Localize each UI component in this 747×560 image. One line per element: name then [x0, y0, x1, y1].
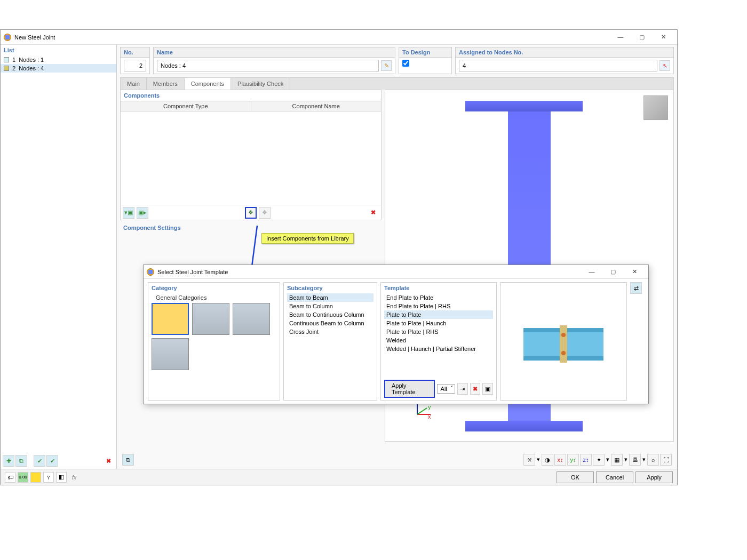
move-row-button[interactable]: ▣▸	[137, 207, 148, 219]
category-thumb-2[interactable]	[192, 303, 229, 335]
color-swatch-icon	[4, 57, 9, 62]
units-icon: 0.00	[19, 475, 27, 479]
new-tpl-button[interactable]: ▣	[482, 383, 493, 395]
list-item-2[interactable]: 2 Nodes : 4	[1, 64, 116, 73]
fx-button[interactable]: fx	[69, 472, 80, 483]
delete-icon	[473, 386, 478, 392]
category-thumb-4[interactable]	[152, 338, 189, 370]
tab-plausibility[interactable]: Plausibility Check	[231, 78, 290, 90]
template-item[interactable]: Plate to Plate | RHS	[384, 327, 493, 336]
edit-name-button[interactable]	[381, 60, 392, 71]
insert-from-library-button[interactable]	[245, 207, 257, 219]
template-item[interactable]: Welded	[384, 336, 493, 345]
col-type-header: Component Type	[121, 101, 251, 111]
tab-main[interactable]: Main	[121, 78, 147, 90]
list-item-label: Nodes : 1	[19, 57, 44, 63]
tool-icon: ⧉	[126, 457, 130, 463]
new-item-button[interactable]	[3, 455, 14, 467]
category-thumb-1[interactable]	[152, 303, 189, 335]
category-thumb-3[interactable]	[233, 303, 270, 335]
maximize-vp-button[interactable]: ⛶	[660, 454, 672, 466]
view-icon: x↕	[558, 457, 563, 463]
name-input[interactable]: Nodes : 4	[157, 60, 379, 71]
subcategory-item[interactable]: Cross Joint	[287, 327, 374, 336]
render-button[interactable]: ◧	[56, 472, 67, 483]
titlebar: New Steel Joint	[1, 30, 677, 45]
svg-rect-11	[566, 356, 603, 361]
category-header: Category	[152, 285, 276, 293]
dlg-close-button[interactable]	[624, 266, 645, 278]
delete-component-button[interactable]	[367, 207, 379, 219]
subcategory-item[interactable]: Continuous Beam to Column	[287, 319, 374, 327]
check-button[interactable]	[34, 455, 45, 467]
check-icon	[50, 458, 55, 464]
delete-item-button[interactable]	[102, 455, 114, 467]
template-item[interactable]: Plate to Plate	[384, 310, 493, 319]
dialog-icon	[147, 268, 154, 276]
tab-members[interactable]: Members	[147, 78, 185, 90]
assigned-input[interactable]: 4	[459, 60, 657, 71]
no-input[interactable]: 2	[124, 60, 146, 71]
list-item-1[interactable]: 1 Nodes : 1	[1, 55, 116, 64]
template-item[interactable]: End Plate to Plate	[384, 293, 493, 302]
view-tool-y[interactable]: y↕	[567, 454, 579, 466]
units-button[interactable]: 0.00	[18, 472, 28, 483]
apply-template-button[interactable]: Apply Template	[384, 380, 435, 398]
cube-icon: ▦	[614, 457, 619, 463]
axis-tool[interactable]: ⤧	[523, 454, 535, 466]
display-tool[interactable]: ▦	[611, 454, 623, 466]
template-item[interactable]: Welded | Haunch | Partial Stiffener	[384, 345, 493, 353]
subcategory-item[interactable]: Beam to Continuous Column	[287, 310, 374, 319]
subcategory-panel: Subcategory Beam to Beam Beam to Column …	[283, 282, 377, 401]
library-icon	[262, 210, 267, 215]
insert-row-button[interactable]: ▾▣	[123, 207, 134, 219]
view-tool-z[interactable]: z↕	[580, 454, 592, 466]
delete-tpl-button[interactable]	[470, 383, 481, 395]
viewport-tool-1[interactable]: ⧉	[122, 454, 134, 466]
subcategory-header: Subcategory	[287, 285, 374, 293]
print-tool[interactable]: 🖶	[629, 454, 641, 466]
template-item[interactable]: Plate to Plate | Haunch	[384, 319, 493, 327]
svg-rect-12	[560, 325, 567, 363]
color-swatch-icon	[4, 66, 9, 71]
name-panel: Name Nodes : 4	[153, 47, 395, 74]
subcategory-item[interactable]: Beam to Column	[287, 302, 374, 310]
member-button[interactable]: ⫯	[43, 472, 54, 483]
dlg-minimize-button[interactable]	[581, 266, 602, 278]
maximize-icon	[610, 269, 616, 275]
help-button[interactable]: 🏷	[5, 472, 15, 483]
view-cube[interactable]	[643, 95, 668, 120]
components-title: Components	[121, 90, 381, 101]
import-button[interactable]: ⇥	[457, 383, 468, 395]
subcategory-item[interactable]: Beam to Beam	[287, 293, 374, 302]
close-button[interactable]	[653, 31, 674, 44]
pick-nodes-button[interactable]: ↖	[659, 60, 670, 71]
view-tool-1[interactable]: ◑	[542, 454, 553, 466]
sidebar: List 1 Nodes : 1 2 Nodes : 4	[1, 45, 117, 469]
ok-button[interactable]: OK	[557, 471, 594, 483]
template-preview	[500, 282, 627, 401]
assigned-panel: Assigned to Nodes No. 4 ↖	[455, 47, 674, 74]
tab-components[interactable]: Components	[185, 78, 231, 90]
view-tool-iso[interactable]: ✦	[593, 454, 605, 466]
print-icon: 🖶	[632, 457, 638, 463]
dlg-maximize-button[interactable]	[602, 266, 624, 278]
svg-rect-9	[566, 331, 603, 357]
color-button[interactable]	[30, 472, 41, 483]
delete-icon	[106, 458, 111, 464]
filter-select[interactable]: All	[437, 384, 455, 394]
view-tool-x[interactable]: x↕	[554, 454, 566, 466]
app-icon	[4, 34, 11, 41]
minimize-button[interactable]	[610, 31, 631, 44]
copy-item-button[interactable]	[15, 455, 27, 467]
apply-button[interactable]: Apply	[635, 471, 673, 483]
check-all-button[interactable]	[46, 455, 58, 467]
template-item[interactable]: End Plate to Plate | RHS	[384, 302, 493, 310]
preview-tool[interactable]: ⇄	[630, 282, 642, 294]
maximize-button[interactable]	[631, 31, 653, 44]
zoom-tool[interactable]: ⌕	[647, 454, 659, 466]
cancel-button[interactable]: Cancel	[596, 471, 633, 483]
to-design-checkbox[interactable]	[402, 60, 409, 67]
plus-icon	[6, 458, 11, 464]
components-grid[interactable]	[121, 111, 381, 205]
